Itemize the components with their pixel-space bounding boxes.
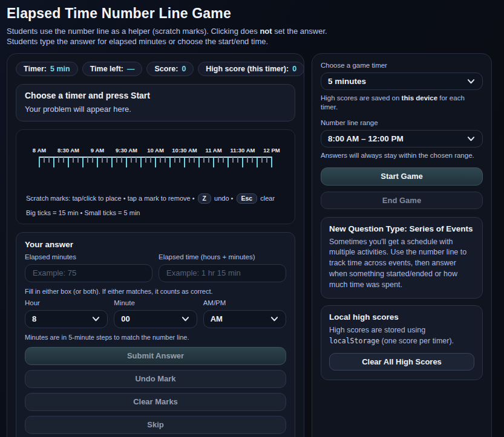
small-tick xyxy=(247,157,248,163)
scratch-help-mid: undo • xyxy=(212,195,235,202)
page-header: Elapsed Time Number Line Game Students u… xyxy=(0,0,504,47)
localstorage-code: localStorage xyxy=(329,337,379,345)
small-tick xyxy=(261,157,263,163)
big-tick xyxy=(155,157,156,167)
small-tick xyxy=(208,157,209,163)
chevron-down-icon xyxy=(270,315,279,323)
problem-body: Your problem will appear here. xyxy=(25,105,286,114)
end-game-button[interactable]: End Game xyxy=(321,192,483,209)
big-tick xyxy=(82,157,83,167)
local-high-scores-box: Local high scores High scores are stored… xyxy=(321,305,483,380)
small-tick xyxy=(174,157,175,163)
big-tick xyxy=(68,157,69,167)
elapsed-minutes-input[interactable] xyxy=(25,264,152,282)
score-pill-label: Score: xyxy=(154,65,178,73)
small-tick xyxy=(232,157,234,163)
submit-answer-button[interactable]: Submit Answer xyxy=(25,347,286,365)
scores-body-post: (one score per timer). xyxy=(379,337,454,345)
numberline-time-label: 11:30 AM xyxy=(231,147,255,154)
scratch-help-post: clear xyxy=(258,195,275,202)
numberline-time-label: 12 PM xyxy=(263,147,280,154)
numberline-time-label: 11 AM xyxy=(205,147,221,154)
skip-button[interactable]: Skip xyxy=(25,416,286,434)
either-box-note: Fill in either box (or both). If either … xyxy=(25,288,286,295)
numberline-time-label: 8 AM xyxy=(33,147,46,154)
range-select[interactable]: 8:00 AM – 12:00 PM xyxy=(321,130,483,147)
subtitle-line2: Students type the answer for elapsed min… xyxy=(7,37,268,46)
numberline-time-label: 9 AM xyxy=(91,147,104,154)
hour-label: Hour xyxy=(25,299,108,306)
subtitle-line1-post: set the answer. xyxy=(272,27,327,36)
big-tick xyxy=(227,157,229,167)
small-tick xyxy=(252,157,253,163)
small-tick xyxy=(266,157,267,163)
small-tick xyxy=(131,157,132,163)
big-tick xyxy=(213,157,214,167)
small-tick xyxy=(73,157,74,163)
start-game-button[interactable]: Start Game xyxy=(321,167,483,186)
minute-select[interactable]: 00 xyxy=(114,310,197,328)
big-tick xyxy=(140,157,142,167)
numberline-box: 8 AM8:30 AM9 AM9:30 AM10 AM10:30 AM11 AM… xyxy=(16,129,295,224)
ticks-legend: Big ticks = 15 min • Small ticks = 5 min xyxy=(26,209,285,216)
minute-label: Minute xyxy=(114,299,197,306)
problem-heading: Choose a timer and press Start xyxy=(25,91,286,100)
hour-select-value: 8 xyxy=(32,314,36,323)
numberline-time-label: 10:30 AM xyxy=(172,147,197,154)
small-tick xyxy=(63,157,64,163)
small-tick xyxy=(92,157,93,163)
elapsed-time-input[interactable] xyxy=(159,264,286,282)
answer-fields: Elapsed minutes Elapsed time (hours + mi… xyxy=(25,249,286,282)
new-question-type-body: Sometimes you'll get a schedule with mul… xyxy=(329,237,474,291)
ampm-select[interactable]: AM xyxy=(203,310,286,328)
hour-select[interactable]: 8 xyxy=(25,310,108,328)
small-tick xyxy=(160,157,161,163)
small-tick xyxy=(44,157,45,163)
clear-high-scores-button[interactable]: Clear All High Scores xyxy=(329,353,474,371)
high-score-pill: High score (this timer): 0 xyxy=(198,62,304,76)
kbd-z: Z xyxy=(198,193,211,204)
ampm-label: AM/PM xyxy=(203,299,286,306)
minute-select-value: 00 xyxy=(121,314,129,323)
big-tick xyxy=(184,157,185,167)
settings-panel: Choose a game timer 5 minutes High score… xyxy=(312,53,492,437)
range-label: Number line range xyxy=(321,119,483,126)
range-select-value: 8:00 AM – 12:00 PM xyxy=(328,134,404,143)
big-tick xyxy=(271,157,272,167)
small-tick xyxy=(179,157,180,163)
high-score-pill-value: 0 xyxy=(292,65,296,73)
small-tick xyxy=(116,157,117,163)
small-tick xyxy=(165,157,166,163)
timer-pill: Timer: 5 min xyxy=(16,62,78,76)
elapsed-minutes-label: Elapsed minutes xyxy=(25,253,152,261)
big-tick xyxy=(169,157,171,167)
chevron-down-icon xyxy=(181,315,190,323)
range-note: Answers will always stay within the chos… xyxy=(321,151,483,160)
undo-mark-button[interactable]: Undo Mark xyxy=(25,370,286,388)
small-tick xyxy=(102,157,103,163)
page-subtitle: Students use the number line as a helper… xyxy=(7,26,497,47)
small-tick xyxy=(203,157,205,163)
scores-body-pre: High scores are stored using xyxy=(329,326,425,334)
clear-marks-button[interactable]: Clear Marks xyxy=(25,393,286,411)
big-tick xyxy=(198,157,200,167)
small-tick xyxy=(48,157,50,163)
small-tick xyxy=(121,157,122,163)
score-pill-value: 0 xyxy=(182,65,186,73)
save-note-pre: High scores are saved on xyxy=(321,94,402,102)
subtitle-line1-pre: Students use the number line as a helper… xyxy=(7,27,260,36)
numberline[interactable]: 8 AM8:30 AM9 AM9:30 AM10 AM10:30 AM11 AM… xyxy=(39,147,272,182)
time-left-pill: Time left: — xyxy=(82,62,143,76)
high-score-save-note: High scores are saved on this device for… xyxy=(321,94,483,112)
game-timer-select[interactable]: 5 minutes xyxy=(321,73,483,90)
small-tick xyxy=(136,157,137,163)
ampm-select-value: AM xyxy=(211,314,223,323)
small-tick xyxy=(87,157,88,163)
big-tick xyxy=(111,157,113,167)
numberline-time-label: 8:30 AM xyxy=(57,147,79,154)
small-tick xyxy=(189,157,190,163)
numberline-time-label: 10 AM xyxy=(147,147,164,154)
scratch-help-pre: Scratch marks: tap/click to place • tap … xyxy=(26,195,197,202)
small-tick xyxy=(145,157,146,163)
small-tick xyxy=(218,157,219,163)
